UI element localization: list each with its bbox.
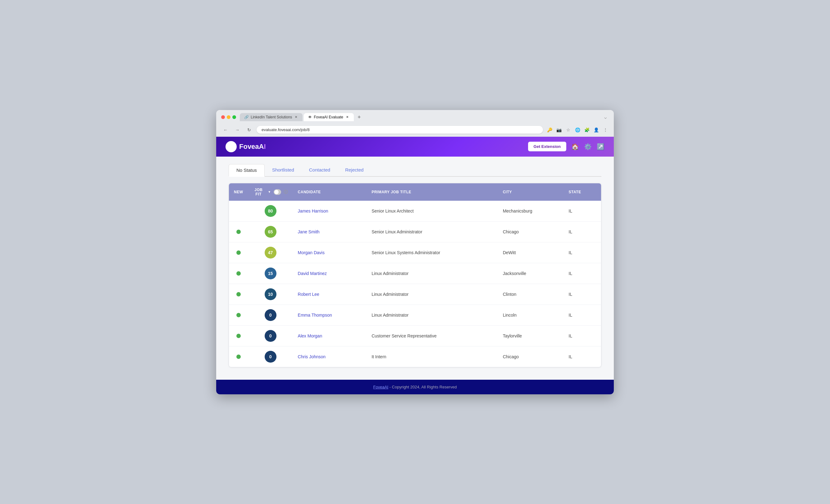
- candidate-name-5[interactable]: Emma Thompson: [298, 313, 332, 318]
- cell-title-7: It Intern: [366, 346, 498, 367]
- get-extension-button[interactable]: Get Extension: [528, 142, 566, 151]
- tab-rejected[interactable]: Rejected: [338, 164, 371, 177]
- tab-favicon-fovea: 👁: [308, 115, 312, 119]
- browser-window: 🔗 LinkedIn Talent Solutions ✕ 👁 FoveaAI …: [216, 110, 614, 394]
- close-button[interactable]: [221, 115, 225, 119]
- cell-fit-2: 47: [248, 242, 293, 263]
- app-header: 👁 FoveaAI Get Extension 🏠 ⚙️ ↗️: [216, 137, 614, 157]
- status-tabs: No Status Shortlisted Contacted Rejected: [229, 164, 601, 177]
- forward-button[interactable]: →: [233, 126, 242, 134]
- cell-state-7: IL: [564, 346, 601, 367]
- bookmark-icon[interactable]: ☆: [565, 126, 572, 133]
- cell-title-4: Linux Administrator: [366, 284, 498, 305]
- col-header-title: PRIMARY JOB TITLE: [366, 183, 498, 201]
- tab-close-fovea[interactable]: ✕: [345, 115, 349, 119]
- cell-new-3: [229, 263, 248, 284]
- maximize-button[interactable]: [232, 115, 236, 119]
- cell-state-6: IL: [564, 325, 601, 346]
- tab-shortlisted[interactable]: Shortlisted: [265, 164, 301, 177]
- header-right: Get Extension 🏠 ⚙️ ↗️: [528, 142, 605, 151]
- cell-candidate-5[interactable]: Emma Thompson: [293, 305, 367, 325]
- footer-link[interactable]: FoveaAI: [373, 385, 388, 389]
- cell-new-7: [229, 346, 248, 367]
- avatar-icon[interactable]: 👤: [593, 126, 600, 133]
- tabs-row: 🔗 LinkedIn Talent Solutions ✕ 👁 FoveaAI …: [240, 113, 598, 121]
- cell-candidate-3[interactable]: David Martinez: [293, 263, 367, 284]
- settings-icon[interactable]: ⚙️: [584, 143, 592, 150]
- cell-candidate-7[interactable]: Chris Johnson: [293, 346, 367, 367]
- minimize-button[interactable]: [227, 115, 230, 119]
- table-row: 15 David Martinez Linux Administrator Ja…: [229, 263, 601, 284]
- cell-candidate-4[interactable]: Robert Lee: [293, 284, 367, 305]
- cell-fit-6: 0: [248, 325, 293, 346]
- cell-candidate-2[interactable]: Morgan Davis: [293, 242, 367, 263]
- candidate-name-0[interactable]: James Harrison: [298, 209, 328, 214]
- new-tab-button[interactable]: +: [355, 113, 363, 121]
- cell-new-6: [229, 325, 248, 346]
- candidate-name-1[interactable]: Jane Smith: [298, 229, 320, 234]
- col-header-new: NEW: [229, 183, 248, 201]
- tab-contacted[interactable]: Contacted: [301, 164, 338, 177]
- chrome-bar: 🔗 LinkedIn Talent Solutions ✕ 👁 FoveaAI …: [216, 110, 614, 137]
- home-icon[interactable]: 🏠: [571, 143, 579, 150]
- footer-copyright: - Copyright 2024, All Rights Reserved: [388, 385, 457, 389]
- address-bar-row: ← → ↻ 🔑 📷 ☆ 🌐 🧩 👤 ⋮: [221, 124, 609, 137]
- extension-icon[interactable]: 🧩: [583, 126, 590, 133]
- table-row: 80 James Harrison Senior Linux Architect…: [229, 201, 601, 222]
- password-icon[interactable]: 🔑: [546, 126, 553, 133]
- job-fit-toggle[interactable]: [274, 189, 281, 195]
- table-row: 10 Robert Lee Linux Administrator Clinto…: [229, 284, 601, 305]
- cell-title-3: Linux Administrator: [366, 263, 498, 284]
- cell-title-2: Senior Linux Systems Administrator: [366, 242, 498, 263]
- cell-state-5: IL: [564, 305, 601, 325]
- export-icon[interactable]: ↗️: [597, 143, 605, 150]
- candidate-name-3[interactable]: David Martinez: [298, 271, 327, 276]
- col-header-city: CITY: [498, 183, 564, 201]
- candidate-name-4[interactable]: Robert Lee: [298, 292, 319, 297]
- cell-city-5: Lincoln: [498, 305, 564, 325]
- new-indicator: [236, 271, 241, 276]
- tab-no-status[interactable]: No Status: [229, 164, 265, 177]
- candidates-table-container: NEW JOB FIT ▼ ⓘ CANDIDATE PRIMARY JOB TI…: [229, 183, 601, 367]
- tab-label-linkedin: LinkedIn Talent Solutions: [251, 115, 292, 119]
- candidate-name-2[interactable]: Morgan Davis: [298, 250, 325, 255]
- table-body: 80 James Harrison Senior Linux Architect…: [229, 201, 601, 367]
- candidate-name-7[interactable]: Chris Johnson: [298, 354, 326, 359]
- cell-state-1: IL: [564, 221, 601, 242]
- cell-fit-4: 10: [248, 284, 293, 305]
- candidate-name-6[interactable]: Alex Morgan: [298, 334, 322, 338]
- cell-fit-5: 0: [248, 305, 293, 325]
- back-button[interactable]: ←: [221, 126, 230, 134]
- new-indicator: [236, 354, 241, 359]
- cell-candidate-0[interactable]: James Harrison: [293, 201, 367, 222]
- browser-actions: ⌵: [602, 114, 609, 121]
- tab-linkedin[interactable]: 🔗 LinkedIn Talent Solutions ✕: [240, 113, 302, 121]
- tab-close-linkedin[interactable]: ✕: [294, 115, 298, 119]
- tab-fovea[interactable]: 👁 FoveaAI Evaluate ✕: [304, 113, 354, 121]
- cell-city-0: Mechanicsburg: [498, 201, 564, 222]
- cell-candidate-1[interactable]: Jane Smith: [293, 221, 367, 242]
- profile-icon[interactable]: 🌐: [574, 126, 581, 133]
- fit-badge-6: 0: [265, 330, 277, 342]
- table-row: 0 Chris Johnson It Intern Chicago IL: [229, 346, 601, 367]
- cell-title-1: Senior Linux Administrator: [366, 221, 498, 242]
- new-indicator: [236, 230, 241, 234]
- table-row: 0 Alex Morgan Customer Service Represent…: [229, 325, 601, 346]
- new-indicator: [236, 250, 241, 255]
- logo-area: 👁 FoveaAI: [225, 141, 266, 152]
- table-header-row: NEW JOB FIT ▼ ⓘ CANDIDATE PRIMARY JOB TI…: [229, 183, 601, 201]
- address-bar[interactable]: [257, 126, 543, 134]
- cell-city-7: Chicago: [498, 346, 564, 367]
- cell-new-0: [229, 201, 248, 222]
- new-indicator: [236, 313, 241, 317]
- screenshot-icon[interactable]: 📷: [555, 126, 562, 133]
- cell-candidate-6[interactable]: Alex Morgan: [293, 325, 367, 346]
- col-header-candidate: CANDIDATE: [293, 183, 367, 201]
- menu-icon[interactable]: ⋮: [602, 126, 609, 133]
- info-icon[interactable]: ⓘ: [284, 189, 288, 195]
- fit-badge-5: 0: [265, 309, 277, 321]
- refresh-button[interactable]: ↻: [245, 126, 253, 134]
- col-header-job-fit[interactable]: JOB FIT ▼ ⓘ: [248, 183, 293, 201]
- table-row: 0 Emma Thompson Linux Administrator Linc…: [229, 305, 601, 325]
- window-controls-icon[interactable]: ⌵: [602, 114, 609, 121]
